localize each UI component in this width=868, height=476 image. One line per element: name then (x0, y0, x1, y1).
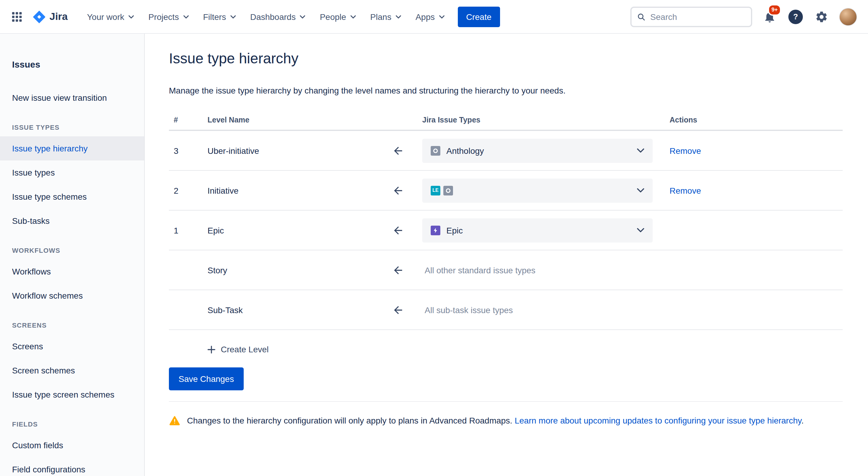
warning-learn-more-link[interactable]: Learn more about upcoming updates to con… (515, 416, 801, 425)
user-avatar[interactable] (839, 7, 857, 26)
le-issue-type-badge: LE (431, 185, 440, 195)
chevron-down-icon (300, 15, 305, 19)
sidebar-item-custom-fields[interactable]: Custom fields (0, 433, 144, 457)
remove-link[interactable]: Remove (670, 185, 701, 195)
sidebar-item-screen-schemes[interactable]: Screen schemes (0, 358, 144, 383)
chevron-down-icon (128, 15, 134, 19)
level-name: Epic (208, 225, 374, 235)
sidebar-item-screens[interactable]: Screens (0, 334, 144, 358)
top-navigation-bar: Jira Your work Projects Filters Dashboar… (0, 0, 868, 34)
save-changes-button[interactable]: Save Changes (169, 367, 244, 390)
notifications-button[interactable]: 9+ (761, 8, 778, 25)
dropdown-value: Epic (446, 225, 463, 235)
nav-label: Apps (415, 12, 435, 22)
sidebar-heading-fields: FIELDS (0, 420, 144, 428)
header-level-name: Level Name (208, 116, 374, 124)
settings-sidebar: Issues New issue view transition ISSUE T… (0, 34, 145, 476)
nav-label: People (320, 12, 346, 22)
nav-projects[interactable]: Projects (142, 7, 194, 26)
level-name: Initiative (208, 185, 374, 195)
level-number: 1 (169, 225, 208, 235)
jira-logo[interactable]: Jira (33, 10, 68, 23)
issue-types-dropdown[interactable]: Epic (422, 218, 653, 242)
app-grid-icon (12, 12, 22, 22)
search-box[interactable] (630, 6, 752, 27)
left-arrow-icon (392, 264, 404, 276)
warning-suffix: . (801, 416, 804, 425)
sidebar-item-new-issue-view-transition[interactable]: New issue view transition (0, 86, 144, 110)
nav-label: Dashboards (250, 12, 296, 22)
sidebar-item-issue-type-screen-schemes[interactable]: Issue type screen schemes (0, 383, 144, 407)
jira-logo-text: Jira (50, 10, 68, 23)
dropdown-value: Anthology (446, 146, 484, 155)
nav-label: Projects (148, 12, 179, 22)
nav-label: Plans (370, 12, 392, 22)
anthology-icon (443, 185, 453, 195)
anthology-icon (431, 146, 440, 155)
table-row: 2 Initiative LE (169, 171, 843, 211)
search-icon (637, 12, 645, 22)
level-name: Uber-initiative (208, 146, 374, 155)
sidebar-item-sub-tasks[interactable]: Sub-tasks (0, 209, 144, 233)
chevron-down-icon (637, 188, 644, 192)
gear-icon (815, 10, 828, 23)
chevron-down-icon (230, 15, 236, 19)
table-row: 1 Epic Epic (169, 211, 843, 250)
sidebar-item-workflow-schemes[interactable]: Workflow schemes (0, 284, 144, 308)
header-jira-issue-types: Jira Issue Types (422, 116, 670, 124)
issue-types-placeholder: All other standard issue types (422, 265, 670, 275)
create-button[interactable]: Create (458, 6, 500, 27)
section-divider (169, 401, 843, 402)
warning-icon (169, 414, 180, 426)
left-arrow-icon (392, 184, 404, 197)
notification-badge: 9+ (768, 4, 781, 16)
sidebar-item-workflows[interactable]: Workflows (0, 260, 144, 284)
header-actions: Actions (670, 116, 843, 124)
help-icon: ? (788, 9, 803, 24)
level-name: Story (208, 265, 374, 275)
chevron-down-icon (183, 15, 188, 19)
table-header-row: # Level Name Jira Issue Types Actions (169, 110, 843, 131)
chevron-down-icon (637, 228, 644, 232)
level-number: 3 (169, 146, 208, 155)
level-name: Sub-Task (208, 305, 374, 315)
sidebar-item-issue-type-hierarchy[interactable]: Issue type hierarchy (0, 136, 144, 160)
nav-your-work[interactable]: Your work (81, 7, 140, 26)
hierarchy-table: # Level Name Jira Issue Types Actions 3 … (169, 110, 843, 330)
sidebar-item-issue-type-schemes[interactable]: Issue type schemes (0, 185, 144, 209)
table-row: Story All other standard issue types (169, 250, 843, 290)
nav-label: Filters (203, 12, 226, 22)
nav-dashboards[interactable]: Dashboards (244, 7, 311, 26)
primary-nav: Your work Projects Filters Dashboards Pe… (81, 7, 451, 26)
nav-filters[interactable]: Filters (197, 7, 242, 26)
jira-logo-icon (33, 10, 46, 23)
search-input[interactable] (650, 12, 746, 22)
level-number: 2 (169, 185, 208, 195)
sidebar-heading-screens: SCREENS (0, 321, 144, 329)
nav-people[interactable]: People (314, 7, 362, 26)
sidebar-item-issue-types[interactable]: Issue types (0, 160, 144, 185)
chevron-down-icon (396, 15, 401, 19)
sidebar-title: Issues (0, 59, 144, 70)
page-description: Manage the issue type hierarchy by chang… (169, 86, 843, 96)
chevron-down-icon (439, 15, 444, 19)
nav-plans[interactable]: Plans (364, 7, 407, 26)
table-row: Sub-Task All sub-task issue types (169, 290, 843, 330)
create-level-label: Create Level (221, 345, 269, 354)
issue-types-dropdown[interactable]: Anthology (422, 139, 653, 162)
sidebar-heading-workflows: WORKFLOWS (0, 246, 144, 255)
warning-text: Changes to the hierarchy configuration w… (187, 416, 513, 425)
nav-apps[interactable]: Apps (409, 7, 451, 26)
jira-admin-page: Jira Your work Projects Filters Dashboar… (0, 0, 868, 476)
topnav-right-group: 9+ ? (630, 6, 857, 27)
sidebar-item-field-configurations[interactable]: Field configurations (0, 457, 144, 476)
chevron-down-icon (350, 15, 356, 19)
nav-label: Your work (87, 12, 125, 22)
warning-text-block: Changes to the hierarchy configuration w… (187, 415, 804, 426)
create-level-button[interactable]: Create Level (208, 345, 269, 354)
issue-types-dropdown[interactable]: LE (422, 178, 653, 202)
settings-button[interactable] (813, 8, 830, 25)
app-switcher-button[interactable] (7, 7, 27, 26)
remove-link[interactable]: Remove (670, 146, 701, 155)
help-button[interactable]: ? (787, 8, 804, 25)
